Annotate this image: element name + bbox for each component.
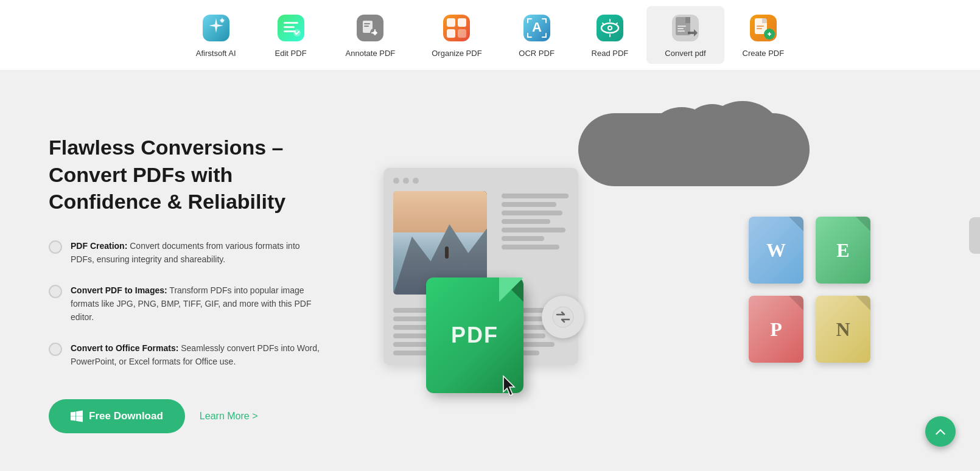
nav-item-ocr-pdf[interactable]: A OCR PDF bbox=[500, 6, 573, 64]
nav-item-create-pdf[interactable]: Create PDF bbox=[724, 6, 803, 64]
nav-label-convert-pdf: Convert pdf bbox=[665, 49, 705, 58]
doc-dot-1 bbox=[393, 178, 399, 184]
svg-rect-44 bbox=[677, 28, 684, 29]
nav-item-convert-pdf[interactable]: Convert pdf bbox=[646, 6, 724, 64]
feature-title-2: Convert PDF to Images: bbox=[71, 285, 167, 295]
feature-dot-2 bbox=[49, 285, 62, 298]
learn-more-button[interactable]: Learn More > bbox=[200, 411, 258, 422]
nav-item-read-pdf[interactable]: Read PDF bbox=[573, 6, 647, 64]
svg-line-38 bbox=[603, 23, 604, 24]
svg-rect-13 bbox=[374, 29, 376, 32]
format-icons: W E P N bbox=[749, 217, 870, 363]
feature-item-pdf-creation: PDF Creation: Convert documents from var… bbox=[49, 239, 323, 267]
doc-line bbox=[502, 194, 569, 198]
download-label: Free Download bbox=[89, 410, 163, 422]
svg-point-35 bbox=[609, 27, 611, 29]
feature-text-3: Convert to Office Formats: Seamlessly co… bbox=[71, 341, 323, 369]
feature-list: PDF Creation: Convert documents from var… bbox=[49, 239, 323, 369]
feature-text-1: PDF Creation: Convert documents from var… bbox=[71, 239, 323, 267]
create-icon bbox=[747, 12, 779, 44]
nav-label-ocr-pdf: OCR PDF bbox=[519, 49, 555, 58]
doc-line bbox=[502, 211, 562, 215]
svg-rect-19 bbox=[458, 18, 466, 27]
hero-section: Flawless Conversions – Convert PDFs with… bbox=[0, 71, 980, 471]
svg-rect-18 bbox=[447, 18, 455, 27]
ocr-icon: A bbox=[521, 12, 553, 44]
convert-icon bbox=[670, 12, 701, 44]
format-icon-word: W bbox=[749, 217, 803, 284]
doc-line bbox=[502, 236, 544, 241]
svg-text:A: A bbox=[532, 19, 542, 35]
svg-rect-52 bbox=[769, 32, 770, 36]
feature-dot-1 bbox=[49, 240, 62, 254]
doc-line bbox=[502, 228, 565, 232]
svg-rect-15 bbox=[371, 32, 374, 33]
top-nav: Afirstsoft AI Edit PDF bbox=[0, 0, 980, 71]
annotate-icon bbox=[354, 12, 386, 44]
hero-left: Flawless Conversions – Convert PDFs with… bbox=[49, 134, 323, 433]
svg-rect-4 bbox=[284, 26, 295, 28]
nav-item-edit-pdf[interactable]: Edit PDF bbox=[254, 6, 327, 64]
nav-item-organize-pdf[interactable]: Organize PDF bbox=[413, 6, 500, 64]
organize-icon bbox=[441, 12, 472, 44]
doc-line bbox=[502, 202, 556, 207]
feature-title-1: PDF Creation: bbox=[71, 241, 127, 251]
feature-item-pdf-to-images: Convert PDF to Images: Transform PDFs in… bbox=[49, 284, 323, 324]
doc-panel-header bbox=[393, 178, 569, 184]
svg-rect-20 bbox=[447, 29, 455, 38]
svg-rect-21 bbox=[458, 29, 466, 38]
svg-rect-16 bbox=[375, 32, 377, 33]
feature-item-pdf-to-office: Convert to Office Formats: Seamlessly co… bbox=[49, 341, 323, 369]
svg-rect-9 bbox=[364, 23, 370, 24]
person-silhouette bbox=[445, 246, 449, 259]
doc-dot-3 bbox=[413, 178, 419, 184]
svg-rect-31 bbox=[545, 33, 547, 38]
pdf-label: PDF bbox=[451, 323, 499, 348]
svg-rect-45 bbox=[677, 30, 685, 32]
format-icon-note: N bbox=[816, 296, 870, 363]
doc-line bbox=[502, 219, 550, 224]
nav-item-afirstsoft-ai[interactable]: Afirstsoft AI bbox=[178, 6, 254, 64]
nav-label-read-pdf: Read PDF bbox=[592, 49, 629, 58]
doc-line bbox=[502, 245, 559, 249]
free-download-button[interactable]: Free Download bbox=[49, 399, 185, 433]
doc-dot-2 bbox=[403, 178, 409, 184]
svg-rect-17 bbox=[443, 15, 470, 41]
button-row: Free Download Learn More > bbox=[49, 399, 323, 433]
svg-line-39 bbox=[616, 23, 617, 24]
read-icon bbox=[594, 12, 626, 44]
nav-label-organize-pdf: Organize PDF bbox=[432, 49, 481, 58]
svg-rect-49 bbox=[757, 28, 762, 29]
feature-title-3: Convert to Office Formats: bbox=[71, 343, 178, 353]
chevron-up-icon bbox=[933, 424, 948, 439]
svg-point-53 bbox=[553, 307, 573, 327]
nav-label-create-pdf: Create PDF bbox=[743, 49, 785, 58]
svg-rect-29 bbox=[527, 33, 528, 38]
hero-title: Flawless Conversions – Convert PDFs with… bbox=[49, 134, 323, 215]
svg-rect-10 bbox=[364, 26, 369, 27]
right-scroll-handle[interactable] bbox=[969, 217, 980, 254]
svg-rect-3 bbox=[284, 22, 298, 24]
windows-icon bbox=[71, 410, 83, 422]
nav-label-edit-pdf: Edit PDF bbox=[275, 49, 307, 58]
scroll-top-button[interactable] bbox=[925, 416, 956, 447]
nav-item-annotate-pdf[interactable]: Annotate PDF bbox=[327, 6, 414, 64]
hero-illustration: PDF W E P bbox=[347, 107, 931, 460]
format-icon-excel: E bbox=[816, 217, 870, 284]
edit-icon bbox=[275, 12, 307, 44]
nav-label-afirstsoft-ai: Afirstsoft AI bbox=[196, 49, 236, 58]
cursor-icon bbox=[502, 375, 519, 400]
svg-rect-43 bbox=[677, 26, 686, 27]
exchange-icon bbox=[542, 296, 584, 338]
feature-text-2: Convert PDF to Images: Transform PDFs in… bbox=[71, 284, 323, 324]
svg-rect-27 bbox=[545, 18, 547, 23]
format-icon-ppt: P bbox=[749, 296, 803, 363]
svg-rect-25 bbox=[527, 18, 528, 23]
ai-star-icon bbox=[200, 12, 232, 44]
nav-label-annotate-pdf: Annotate PDF bbox=[346, 49, 396, 58]
svg-rect-48 bbox=[757, 26, 764, 27]
feature-dot-3 bbox=[49, 343, 62, 356]
learn-more-label: Learn More > bbox=[200, 411, 258, 421]
sky-bg bbox=[393, 191, 487, 232]
cloud-main bbox=[578, 113, 810, 186]
